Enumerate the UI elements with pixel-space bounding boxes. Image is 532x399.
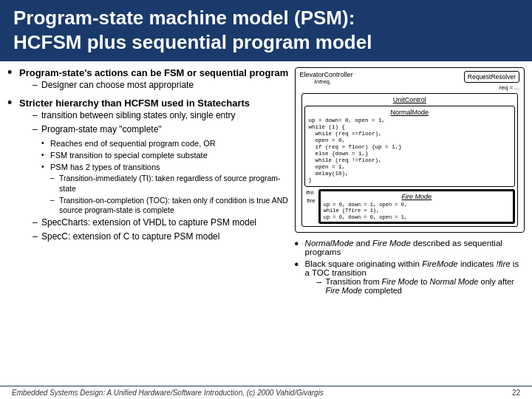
sub-bullet-2-4: – SpecC: extension of C to capture PSM m… <box>33 231 289 243</box>
sub-sub-2-2-1-text: Reaches end of sequential program code, … <box>50 138 216 149</box>
infreq-label: Infreq. <box>315 78 353 85</box>
and-text: and <box>356 239 372 248</box>
dash-icon: – <box>50 196 59 204</box>
sub-2-3-text: SpecCharts: extension of VHDL to capture… <box>41 217 256 229</box>
title-bar: Program-state machine model (PSM): HCFSM… <box>0 0 532 61</box>
sub-sub-2-2-3: • PSM has 2 types of transitions <box>41 162 289 172</box>
content-area: • Program-state's actions can be FSM or … <box>0 61 532 386</box>
elevator-controller-label: ElevatorController <box>300 71 353 78</box>
sub-bullet-2-2: – Program-state may "complete" <box>33 124 289 136</box>
sub-1-1-text: Designer can choose most appropriate <box>41 80 194 92</box>
bullet-1: • Program-state's actions can be FSM or … <box>7 67 289 93</box>
dot-small-icon: • <box>41 139 50 147</box>
normal-mode-code: up = down= 0, open = 1, while (1) { whil… <box>309 117 511 184</box>
dash-icon: – <box>33 217 41 228</box>
unit-control-label: UnitControl <box>304 96 515 103</box>
black-square-text: Black square originating within FireMode… <box>305 259 519 277</box>
sub-sub-sub-2-text: Transition-on-completion (TOC): taken on… <box>59 196 289 216</box>
fire-mode-title: Fire Mode <box>324 193 510 200</box>
ifni-label: ifni <box>306 189 313 196</box>
diagram-header: ElevatorController Infreq. RequestResolv… <box>300 71 519 91</box>
sub-sub-sub-1: – Transition-immediately (TI): taken reg… <box>50 174 289 194</box>
right-dot-1: • <box>295 238 305 250</box>
title-text: Program-state machine model (PSM): HCFSM… <box>13 6 519 54</box>
sub-2-2-text: Program-state may "complete" <box>41 124 162 136</box>
right-bullet-2-content: Black square originating within FireMode… <box>305 259 525 296</box>
fire-mode-box: Fire Mode up = 0, down = 1, open = 0, wh… <box>318 189 515 224</box>
footer-title: Embedded Systems Design: A Unified Hardw… <box>12 389 324 397</box>
request-resolver-label: RequestResolver <box>468 73 516 81</box>
fire-mode-code: up = 0, down = 1, open = 0, while (Tfire… <box>324 202 510 220</box>
title-line1: Program-state machine model (PSM): <box>13 7 355 29</box>
sub-2-4-text: SpecC: extension of C to capture PSM mod… <box>41 231 219 243</box>
dash-icon: – <box>33 110 41 120</box>
sub-sub-2-2-3-text: PSM has 2 types of transitions <box>50 162 160 172</box>
dot-small-icon: • <box>41 151 50 159</box>
sub-bullet-2-3: – SpecCharts: extension of VHDL to captu… <box>33 217 289 229</box>
normal-mode-box: NormalMode up = down= 0, open = 1, while… <box>304 106 515 187</box>
transition-text: Transition from Fire Mode to Normal Mode… <box>326 277 525 295</box>
page-number: 22 <box>512 389 520 397</box>
dash-icon: – <box>317 277 326 287</box>
dash-icon: – <box>33 124 41 134</box>
fire-labels: ifni fire <box>304 189 316 204</box>
right-sub-bullet-2-1: – Transition from Fire Mode to Normal Mo… <box>317 277 525 295</box>
diagram-outer: ElevatorController Infreq. RequestResolv… <box>295 67 525 233</box>
right-column: ElevatorController Infreq. RequestResolv… <box>295 67 525 383</box>
sub-sub-sub-1-text: Transition-immediately (TI): taken regar… <box>59 174 289 194</box>
title-line2: HCFSM plus sequential program model <box>13 31 372 53</box>
dash-icon: – <box>33 231 41 242</box>
sub-bullet-1-1: – Designer can choose most appropriate <box>33 80 288 92</box>
right-bullet-2: • Black square originating within FireMo… <box>295 259 525 296</box>
footer: Embedded Systems Design: A Unified Hardw… <box>0 386 532 399</box>
bullet-dot-2: • <box>7 96 19 109</box>
slide: Program-state machine model (PSM): HCFSM… <box>0 0 532 399</box>
fire-label: fire <box>307 197 316 204</box>
sub-sub-2-2-2-text: FSM transition to special complete subst… <box>50 150 208 160</box>
fire-mode-italic: Fire Mode <box>372 239 411 248</box>
dash-icon: – <box>33 80 41 90</box>
sub-2-1-text: transition between sibling states only, … <box>41 110 236 122</box>
right-bullet-1: • NormalMode and Fire Mode described as … <box>295 239 525 256</box>
request-resolver-box: RequestResolver <box>464 71 519 83</box>
fire-mode-area: ifni fire Fire Mode up = 0, down = 1, op… <box>304 189 515 224</box>
right-bullet-1-text: NormalMode and Fire Mode described as se… <box>305 239 525 256</box>
unit-control-box: UnitControl NormalMode up = down= 0, ope… <box>301 93 518 227</box>
bullet-2: • Stricter hierarchy than HCFSM used in … <box>7 98 289 245</box>
bullet-1-text: Program-state's actions can be FSM or se… <box>19 67 288 78</box>
right-dot-2: • <box>295 259 305 270</box>
req-eq-label: req = ... <box>464 84 519 91</box>
sub-bullet-2-1: – transition between sibling states only… <box>33 110 289 122</box>
sub-sub-2-2-2: • FSM transition to special complete sub… <box>41 150 289 160</box>
dash-icon: – <box>50 174 59 182</box>
normal-mode-italic: NormalMode <box>305 239 354 248</box>
dot-small-icon: • <box>41 163 50 171</box>
bullet-dot-1: • <box>7 66 19 79</box>
right-bullets-area: • NormalMode and Fire Mode described as … <box>295 239 525 299</box>
footer-left: Embedded Systems Design: A Unified Hardw… <box>12 389 324 397</box>
sub-sub-2-2-1: • Reaches end of sequential program code… <box>41 138 289 149</box>
normal-mode-label: NormalMode <box>309 109 511 116</box>
bullet-2-text: Stricter hierarchy than HCFSM used in St… <box>19 98 250 109</box>
left-column: • Program-state's actions can be FSM or … <box>7 67 289 383</box>
sub-sub-sub-2: – Transition-on-completion (TOC): taken … <box>50 196 289 216</box>
